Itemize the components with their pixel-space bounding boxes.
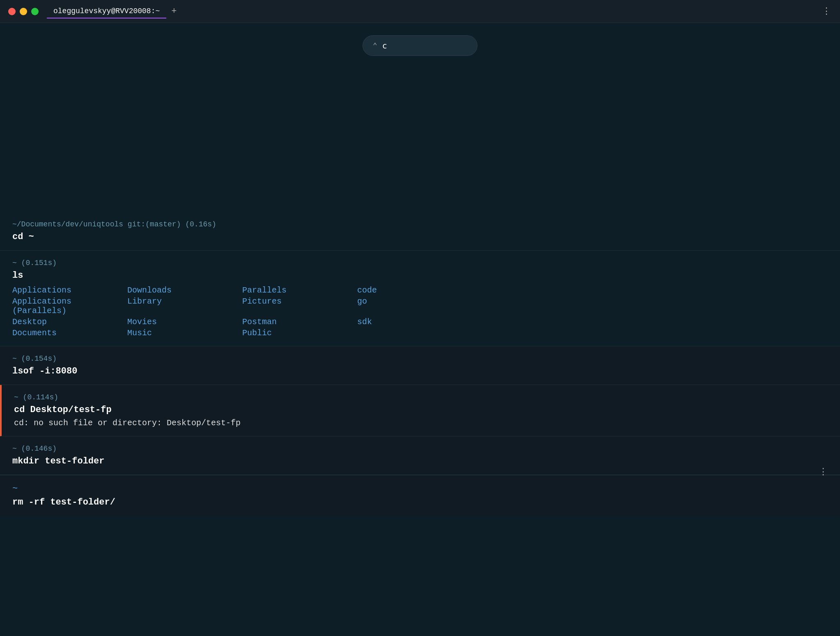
command-block-cd-desktop: ~ (0.114s) cd Desktop/test-fp cd: no suc… [0,385,840,436]
ls-item-library: Library [127,297,242,316]
command-block-cd-home: ~/Documents/dev/uniqtools git:(master) (… [0,212,840,251]
terminal-window: oleggulevskyy@RVV20008:~ + ⋮ ⌃ c ~/Docum… [0,0,840,636]
tab-bar: oleggulevskyy@RVV20008:~ + [47,5,832,18]
command-meta-5: ~ (0.146s) [12,445,828,453]
command-block-mkdir: ~ (0.146s) mkdir test-folder ⋮ [0,436,840,475]
new-tab-button[interactable]: + [171,6,177,16]
command-meta-3: ~ (0.154s) [12,355,828,363]
tab-label: oleggulevskyy@RVV20008:~ [53,7,160,15]
ls-item-empty [357,328,439,338]
command-block-ls: ~ (0.151s) ls Applications Downloads Par… [0,251,840,346]
search-area: ⌃ c [0,23,840,64]
ls-item-code: code [357,286,439,295]
ls-item-go: go [357,297,439,316]
close-button[interactable] [8,8,16,15]
ls-item-applications: Applications [12,286,127,295]
ls-output-grid: Applications Downloads Parallels code Ap… [12,286,828,338]
ls-item-public: Public [242,328,357,338]
ls-item-pictures: Pictures [242,297,357,316]
ls-item-documents: Documents [12,328,127,338]
command-text-1: cd ~ [12,232,828,242]
traffic-lights [8,8,39,15]
command-text-3: lsof -i:8080 [12,366,828,376]
final-prompt-tilde: ~ [12,484,828,494]
ls-item-downloads: Downloads [127,286,242,295]
command-output-4: cd: no such file or directory: Desktop/t… [14,418,828,428]
ls-item-applications-parallels: Applications (Parallels) [12,297,127,316]
options-icon[interactable]: ⋮ [819,466,828,477]
maximize-button[interactable] [31,8,39,15]
ls-item-parallels: Parallels [242,286,357,295]
search-bar[interactable]: ⌃ c [363,35,477,56]
search-chevron-icon: ⌃ [373,41,377,50]
command-text-2: ls [12,270,828,281]
menu-button[interactable]: ⋮ [822,6,832,17]
command-text-5: mkdir test-folder [12,456,828,466]
final-prompt-block: ~ rm -rf test-folder/ [0,475,840,516]
terminal-content: ⌃ c ~/Documents/dev/uniqtools git:(maste… [0,23,840,636]
ls-item-desktop: Desktop [12,317,127,327]
ls-item-postman: Postman [242,317,357,327]
final-command: rm -rf test-folder/ [12,497,828,507]
command-meta-1: ~/Documents/dev/uniqtools git:(master) (… [12,220,828,228]
command-meta-4: ~ (0.114s) [14,393,828,401]
search-input[interactable]: c [382,41,387,51]
ls-item-music: Music [127,328,242,338]
command-meta-2: ~ (0.151s) [12,259,828,267]
active-tab[interactable]: oleggulevskyy@RVV20008:~ [47,5,166,18]
minimize-button[interactable] [20,8,27,15]
ls-item-sdk: sdk [357,317,439,327]
ls-item-movies: Movies [127,317,242,327]
upper-empty-area [0,64,840,212]
command-text-4: cd Desktop/test-fp [14,405,828,415]
command-block-lsof: ~ (0.154s) lsof -i:8080 [0,346,840,385]
titlebar: oleggulevskyy@RVV20008:~ + ⋮ [0,0,840,23]
